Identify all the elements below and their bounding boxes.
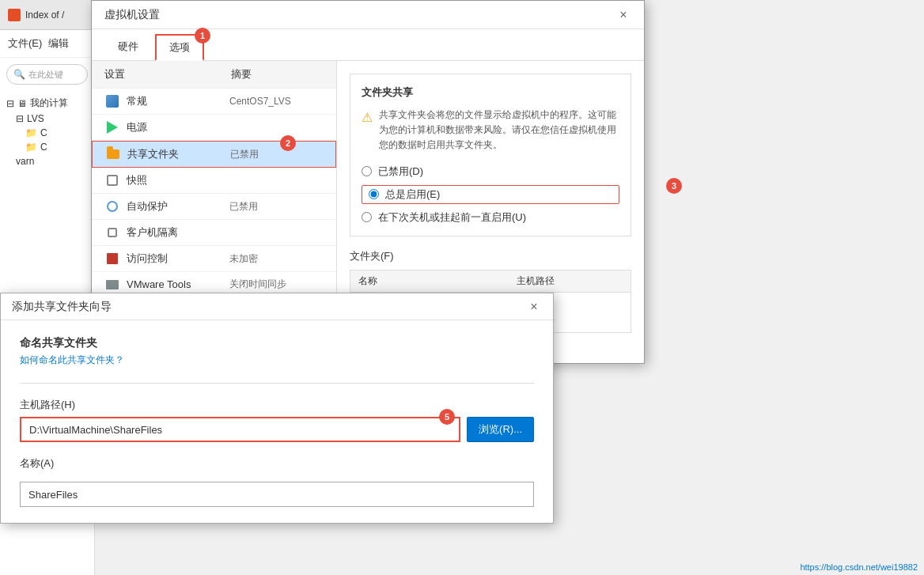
radio-until-suspend-label: 在下次关机或挂起前一直启用(U) bbox=[378, 210, 526, 225]
tree-c2[interactable]: 📁 C bbox=[6, 140, 88, 154]
wizard-divider bbox=[20, 383, 534, 384]
folder-f-title: 文件夹(F) bbox=[350, 249, 631, 263]
search-icon: 🔍 bbox=[13, 69, 25, 80]
general-label: 常规 bbox=[127, 94, 229, 108]
autop-label: 自动保护 bbox=[127, 199, 229, 214]
access-label: 访问控制 bbox=[127, 252, 229, 266]
vmtools-summary: 关闭时间同步 bbox=[229, 278, 286, 291]
menu-file[interactable]: 文件(E) bbox=[8, 37, 42, 49]
radio-always[interactable]: 总是启用(E) 3 bbox=[362, 185, 619, 204]
radio-disabled-input[interactable] bbox=[362, 166, 372, 176]
vm-dialog-title-text: 虚拟机设置 bbox=[104, 8, 160, 22]
general-icon bbox=[104, 95, 120, 108]
tab-options[interactable]: 选项 1 bbox=[155, 34, 204, 61]
wizard-heading: 命名共享文件夹 bbox=[20, 336, 534, 350]
host-path-row: 5 浏览(R)... bbox=[20, 417, 534, 442]
shared-folder-icon bbox=[105, 148, 121, 161]
browser-tree: ⊟ 🖥 我的计算 ⊟ LVS 📁 C 📁 C varn bbox=[0, 91, 94, 172]
autop-icon bbox=[104, 200, 120, 213]
tab-hardware[interactable]: 硬件 bbox=[104, 34, 152, 60]
tree-varn[interactable]: varn bbox=[6, 154, 88, 168]
settings-list-header: 设置 摘要 bbox=[92, 61, 336, 89]
settings-item-access[interactable]: 访问控制 未加密 bbox=[92, 246, 336, 272]
wizard-body: 命名共享文件夹 如何命名此共享文件夹？ 主机路径(H) 5 浏览(R)... 名… bbox=[1, 320, 553, 523]
tree-c1-label: C bbox=[40, 127, 47, 138]
badge-2: 2 bbox=[280, 135, 296, 151]
access-icon bbox=[104, 252, 120, 265]
settings-item-snapshot[interactable]: 快照 bbox=[92, 168, 336, 194]
menu-edit[interactable]: 编辑 bbox=[48, 37, 69, 49]
vm-dialog-close-button[interactable]: × bbox=[615, 7, 631, 23]
settings-col-name: 设置 bbox=[104, 67, 231, 81]
wizard-title-bar: 添加共享文件夹向导 × bbox=[1, 293, 553, 320]
settings-col-summary: 摘要 bbox=[231, 67, 252, 81]
browse-button[interactable]: 浏览(R)... bbox=[467, 417, 534, 442]
settings-item-power[interactable]: 电源 bbox=[92, 115, 336, 141]
browser-search-bar: 🔍 在此处键 bbox=[6, 64, 88, 85]
isolation-icon bbox=[104, 226, 120, 239]
tree-my-computer-label: 我的计算 bbox=[30, 96, 68, 110]
browser-tab-title: Index of / bbox=[25, 9, 64, 21]
badge-3: 3 bbox=[666, 178, 682, 194]
wizard-title-text: 添加共享文件夹向导 bbox=[12, 300, 112, 314]
browser-menu-bar: 文件(E) 编辑 bbox=[0, 30, 94, 58]
radio-disabled-label: 已禁用(D) bbox=[378, 165, 423, 179]
snapshot-icon bbox=[104, 174, 120, 187]
power-icon bbox=[104, 121, 120, 134]
settings-item-general[interactable]: 常规 CentOS7_LVS bbox=[92, 89, 336, 115]
footer-url: https://blog.csdn.net/wei19882 bbox=[800, 562, 918, 572]
radio-group: 已禁用(D) 总是启用(E) 3 在下次关机或挂起前一直启用(U) bbox=[362, 165, 619, 225]
warning-container: ⚠ 共享文件夹会将您的文件显示给虚拟机中的程序。这可能为您的计算机和数据带来风险… bbox=[362, 108, 619, 153]
wizard-subtext: 如何命名此共享文件夹？ bbox=[20, 354, 534, 367]
autop-summary: 已禁用 bbox=[229, 200, 258, 214]
warning-text: 共享文件夹会将您的文件显示给虚拟机中的程序。这可能为您的计算机和数据带来风险。请… bbox=[379, 108, 619, 153]
settings-item-isolation[interactable]: 客户机隔离 bbox=[92, 220, 336, 246]
radio-always-input[interactable] bbox=[369, 189, 379, 199]
name-label: 名称(A) bbox=[20, 456, 534, 471]
power-label: 电源 bbox=[127, 120, 229, 134]
browser-tab[interactable]: Index of / bbox=[0, 0, 94, 30]
tree-expand-icon: ⊟ bbox=[6, 98, 14, 109]
access-summary: 未加密 bbox=[229, 252, 258, 266]
tree-computer-icon: 🖥 bbox=[17, 98, 27, 109]
search-placeholder: 在此处键 bbox=[28, 69, 63, 81]
vm-dialog-titlebar: 虚拟机设置 × bbox=[92, 1, 644, 29]
wizard-dialog: 添加共享文件夹向导 × 命名共享文件夹 如何命名此共享文件夹？ 主机路径(H) … bbox=[0, 293, 554, 524]
shared-folder-section-title: 文件夹共享 bbox=[362, 85, 619, 100]
radio-disabled[interactable]: 已禁用(D) bbox=[362, 165, 619, 179]
settings-item-autop[interactable]: 自动保护 已禁用 bbox=[92, 194, 336, 220]
shared-folder-label: 共享文件夹 bbox=[127, 147, 230, 161]
tree-my-computer: ⊟ 🖥 我的计算 bbox=[6, 95, 88, 112]
tree-c1[interactable]: 📁 C bbox=[6, 126, 88, 140]
host-path-label: 主机路径(H) bbox=[20, 398, 534, 412]
tree-expand-icon-lvs: ⊟ bbox=[16, 113, 24, 124]
browser-favicon bbox=[8, 9, 21, 21]
tree-lvs-label: LVS bbox=[27, 113, 44, 124]
vmtools-label: VMware Tools bbox=[127, 278, 229, 290]
vmtools-icon bbox=[104, 278, 120, 291]
folder-col-name: 名称 bbox=[358, 274, 453, 288]
settings-item-shared-folder[interactable]: 共享文件夹 已禁用 2 bbox=[92, 141, 336, 168]
general-summary: CentOS7_LVS bbox=[229, 96, 291, 107]
tab-options-label: 选项 bbox=[169, 41, 190, 53]
isolation-label: 客户机隔离 bbox=[127, 225, 229, 240]
tree-varn-label: varn bbox=[16, 156, 34, 167]
name-input[interactable] bbox=[20, 482, 534, 507]
shared-folder-summary: 已禁用 bbox=[230, 148, 259, 161]
folder-col-path: 主机路径 bbox=[517, 274, 555, 288]
badge-5: 5 bbox=[439, 409, 455, 425]
folder-table-header: 名称 主机路径 bbox=[350, 270, 631, 293]
tree-c2-label: C bbox=[40, 142, 47, 153]
radio-always-label: 总是启用(E) bbox=[385, 187, 440, 202]
warning-icon: ⚠ bbox=[362, 108, 373, 153]
tree-c1-icon: 📁 bbox=[25, 127, 37, 138]
vm-tabs-bar: 硬件 选项 1 bbox=[92, 29, 644, 61]
snapshot-label: 快照 bbox=[127, 173, 229, 187]
tree-lvs: ⊟ LVS bbox=[6, 112, 88, 126]
host-path-input[interactable] bbox=[20, 417, 460, 442]
radio-until-suspend-input[interactable] bbox=[362, 212, 372, 222]
wizard-close-button[interactable]: × bbox=[526, 299, 542, 315]
tree-c2-icon: 📁 bbox=[25, 142, 37, 153]
shared-folder-section: 文件夹共享 ⚠ 共享文件夹会将您的文件显示给虚拟机中的程序。这可能为您的计算机和… bbox=[350, 74, 631, 236]
radio-until-suspend[interactable]: 在下次关机或挂起前一直启用(U) bbox=[362, 210, 619, 225]
